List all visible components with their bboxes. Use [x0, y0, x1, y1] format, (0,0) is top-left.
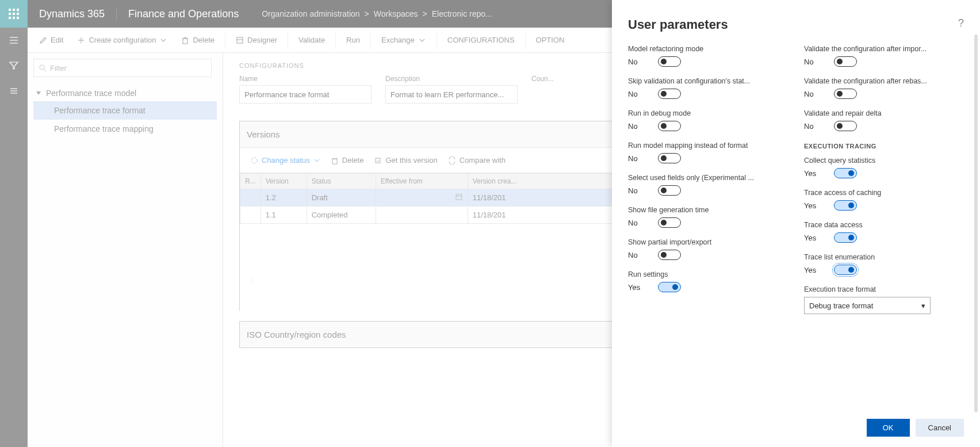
user-parameters-pane: User parameters ? Model refactoring mode… — [612, 0, 980, 447]
exec-tracing-header: EXECUTION TRACING — [804, 143, 964, 150]
name-input[interactable] — [239, 85, 372, 104]
svg-rect-1 — [13, 9, 15, 11]
chevron-down-icon — [313, 157, 320, 164]
delete-button[interactable]: Delete — [175, 32, 220, 48]
param-label: Trace data access — [804, 221, 964, 229]
toggle-switch[interactable] — [834, 232, 857, 243]
pencil-icon — [39, 36, 47, 44]
toggle-switch[interactable] — [658, 185, 681, 196]
param-value: No — [628, 58, 642, 66]
param-label: Validate the configuration after impor..… — [804, 45, 964, 53]
get-version-button[interactable]: Get this version — [370, 154, 441, 167]
col-r[interactable]: R... — [240, 174, 261, 189]
param-value: No — [628, 219, 642, 227]
chevron-down-icon: ▾ — [921, 301, 925, 310]
exec-trace-format-select[interactable]: Debug trace format▾ — [804, 297, 931, 314]
download-icon — [374, 156, 382, 165]
svg-rect-7 — [13, 17, 15, 19]
options-menu[interactable]: OPTION — [530, 32, 571, 48]
help-button[interactable]: ? — [958, 17, 964, 29]
toggle-switch[interactable] — [834, 265, 857, 275]
toggle-switch[interactable] — [658, 56, 681, 67]
cancel-button[interactable]: Cancel — [916, 419, 964, 437]
search-icon — [39, 64, 47, 72]
param-item: Show file generation timeNo — [628, 206, 788, 228]
nav-expand-button[interactable] — [0, 28, 28, 53]
calendar-icon[interactable] — [455, 193, 463, 201]
tree-parent-node[interactable]: Performance trace model — [33, 85, 217, 101]
tree-child-node[interactable]: Performance trace mapping — [33, 120, 217, 138]
toggle-switch[interactable] — [834, 121, 857, 131]
svg-rect-8 — [17, 17, 19, 19]
exchange-button[interactable]: Exchange — [376, 32, 432, 48]
validate-button[interactable]: Validate — [293, 32, 331, 48]
param-label: Run model mapping instead of format — [628, 142, 788, 150]
param-item: Model refactoring modeNo — [628, 45, 788, 67]
run-button[interactable]: Run — [340, 32, 366, 48]
create-config-button[interactable]: Create configuration — [71, 32, 173, 48]
filter-box[interactable] — [33, 59, 212, 77]
svg-marker-12 — [10, 62, 18, 69]
param-item: Run model mapping instead of formatNo — [628, 142, 788, 163]
param-label: Skip validation at configuration's stat.… — [628, 77, 788, 85]
trash-icon — [181, 36, 189, 44]
param-label: Execution trace format — [804, 285, 964, 293]
col-status[interactable]: Status — [307, 174, 376, 189]
svg-rect-2 — [17, 9, 19, 11]
designer-icon — [236, 36, 244, 44]
param-label: Run settings — [628, 270, 788, 278]
breadcrumb-item[interactable]: Electronic repo... — [432, 9, 492, 18]
splitter-handle[interactable]: ⋮ — [250, 277, 253, 289]
param-label: Select used fields only (Experimental ..… — [628, 174, 788, 182]
filter-input[interactable] — [50, 64, 206, 72]
nav-list-button[interactable] — [0, 78, 28, 104]
param-item: Validate the configuration after rebas..… — [804, 77, 964, 99]
svg-rect-6 — [9, 17, 11, 19]
svg-point-23 — [40, 65, 44, 70]
param-value: No — [804, 122, 818, 131]
col-effective[interactable]: Effective from — [376, 174, 468, 189]
left-nav-rail — [0, 28, 28, 447]
param-label: Validate and repair delta — [804, 109, 964, 117]
tree-child-node[interactable]: Performance trace format — [33, 101, 217, 120]
param-label: Show partial import/export — [628, 238, 788, 246]
col-version[interactable]: Version — [261, 174, 307, 189]
configurations-menu[interactable]: CONFIGURATIONS — [442, 32, 520, 48]
breadcrumb-item[interactable]: Workspaces — [374, 9, 418, 18]
change-status-button[interactable]: Change status — [247, 154, 324, 167]
edit-button[interactable]: Edit — [33, 32, 69, 48]
toggle-switch[interactable] — [834, 89, 857, 99]
param-value: No — [628, 122, 642, 131]
version-delete-button[interactable]: Delete — [327, 154, 368, 167]
svg-rect-27 — [332, 159, 337, 164]
nav-filter-button[interactable] — [0, 53, 28, 78]
breadcrumb: Organization administration > Workspaces… — [250, 9, 504, 18]
svg-marker-25 — [36, 91, 41, 95]
param-item: Trace data accessYes — [804, 221, 964, 243]
app-launcher[interactable] — [0, 0, 28, 28]
app-name: Dynamics 365 — [28, 8, 116, 20]
designer-button[interactable]: Designer — [230, 32, 283, 48]
scrollbar[interactable] — [974, 38, 978, 412]
waffle-icon — [9, 9, 19, 19]
breadcrumb-item[interactable]: Organization administration — [262, 9, 359, 18]
description-input[interactable] — [385, 85, 518, 104]
param-value: No — [804, 90, 818, 98]
toggle-switch[interactable] — [834, 56, 857, 67]
toggle-switch[interactable] — [658, 153, 681, 163]
ok-button[interactable]: OK — [867, 419, 910, 437]
compare-button[interactable]: Compare with — [445, 154, 509, 167]
toggle-switch[interactable] — [658, 250, 681, 260]
svg-line-24 — [44, 69, 46, 71]
toggle-switch[interactable] — [834, 200, 857, 211]
param-item: Validate the configuration after impor..… — [804, 45, 964, 67]
toggle-switch[interactable] — [658, 217, 681, 228]
chevron-down-icon — [159, 36, 167, 44]
toggle-switch[interactable] — [658, 282, 681, 292]
configuration-tree-panel: Performance trace model Performance trac… — [28, 53, 223, 447]
param-item: Select used fields only (Experimental ..… — [628, 174, 788, 196]
pane-title: User parameters — [628, 17, 728, 32]
toggle-switch[interactable] — [658, 121, 681, 131]
toggle-switch[interactable] — [834, 168, 857, 178]
toggle-switch[interactable] — [658, 89, 681, 99]
